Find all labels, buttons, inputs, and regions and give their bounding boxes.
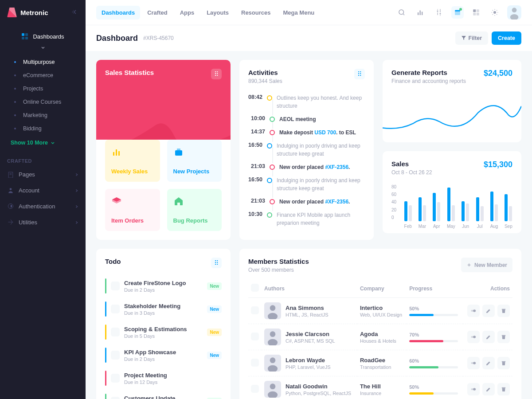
apps-grid-icon[interactable] xyxy=(470,6,482,19)
bar-Mar: Mar xyxy=(418,186,426,229)
todo-checkbox[interactable] xyxy=(111,282,120,290)
edit-icon[interactable] xyxy=(482,331,495,343)
tile-new-projects[interactable]: New Projects xyxy=(167,140,222,182)
brand-header: Metronic xyxy=(0,0,86,25)
tile-bug-reports[interactable]: Bug Reports xyxy=(167,189,222,231)
todo-item[interactable]: Scoping & EstimationsDue in 5 DaysNew xyxy=(105,321,222,344)
sales-stats-title: Sales Statistics xyxy=(105,69,154,76)
svg-point-25 xyxy=(473,309,476,312)
edit-icon[interactable] xyxy=(482,305,495,317)
timeline-item: 16:50Indulging in poorly driving and kee… xyxy=(248,174,365,195)
toggle-icon[interactable] xyxy=(467,383,480,395)
svg-point-4 xyxy=(10,188,12,190)
tile-item-orders[interactable]: Item Orders xyxy=(105,189,160,231)
reports-title: Generate Reports xyxy=(391,69,466,76)
toggle-icon[interactable] xyxy=(467,305,480,317)
svg-rect-14 xyxy=(473,9,476,12)
notifications-icon[interactable] xyxy=(451,6,464,19)
todo-checkbox[interactable] xyxy=(111,397,120,399)
sales-stats-wrap: Sales Statistics ⠿ Weekly Sales New Proj… xyxy=(96,60,231,240)
sidebar-item-multipurpose[interactable]: Multipurpose xyxy=(7,55,86,69)
sidebar-item-authentication[interactable]: Authentication xyxy=(0,198,86,214)
filter-button[interactable]: Filter xyxy=(455,31,489,45)
row-checkbox[interactable] xyxy=(251,306,259,314)
svg-point-34 xyxy=(473,388,476,391)
todo-item[interactable]: Customers UpdateDue in 1 weekNew xyxy=(105,390,222,399)
user-avatar[interactable] xyxy=(507,5,521,20)
sidebar-item-bidding[interactable]: Bidding xyxy=(7,122,86,135)
reports-value: $24,500 xyxy=(484,69,512,78)
svg-rect-1 xyxy=(25,33,28,36)
todo-item[interactable]: Create FireStone LogoDue in 2 DaysNew xyxy=(105,274,222,297)
delete-icon[interactable] xyxy=(497,331,510,343)
delete-icon[interactable] xyxy=(497,305,510,317)
sidebar-show-more[interactable]: Show 10 More xyxy=(0,135,86,150)
brand-logo[interactable]: Metronic xyxy=(7,8,48,17)
sidebar-item-pages[interactable]: Pages xyxy=(0,166,86,182)
timeline-link[interactable]: USD 700 xyxy=(314,129,336,136)
delete-icon[interactable] xyxy=(497,383,510,395)
create-button[interactable]: Create xyxy=(492,31,521,45)
activities-timeline: 08:42Outlines keep you honest. And keep … xyxy=(248,91,365,230)
brand-name: Metronic xyxy=(20,9,48,16)
edit-icon[interactable] xyxy=(482,357,495,369)
sidebar-item-account[interactable]: Account xyxy=(0,182,86,198)
svg-rect-35 xyxy=(502,387,505,388)
sidebar-item-marketing[interactable]: Marketing xyxy=(7,109,86,122)
bar-May: May xyxy=(447,186,455,229)
stats-icon[interactable] xyxy=(414,6,426,19)
topnav-dashboards[interactable]: Dashboards xyxy=(96,6,140,20)
svg-rect-16 xyxy=(473,13,476,16)
todo-item[interactable]: Stakeholder MeetingDue in 3 DaysNew xyxy=(105,297,222,321)
sidebar-item-dashboards[interactable]: Dashboards xyxy=(0,28,86,55)
topnav-resources[interactable]: Resources xyxy=(236,6,276,20)
topnav-layouts[interactable]: Layouts xyxy=(201,6,234,20)
new-member-button[interactable]: ＋New Member xyxy=(461,258,512,272)
todo-item[interactable]: KPI App ShowcaseDue in 2 DaysNew xyxy=(105,344,222,367)
row-checkbox[interactable] xyxy=(251,385,259,393)
sidebar-item-online-courses[interactable]: Online Courses xyxy=(7,95,86,109)
todo-more-icon[interactable]: ⠿ xyxy=(211,258,222,268)
sidebar-item-utilities[interactable]: Utilities xyxy=(0,214,86,230)
tile-weekly-sales[interactable]: Weekly Sales xyxy=(105,140,160,182)
members-title: Members Statistics xyxy=(248,258,309,265)
table-row: Ana SimmonsHTML, JS, ReactJSInterticoWeb… xyxy=(248,298,512,324)
delete-icon[interactable] xyxy=(497,357,510,369)
select-all-checkbox[interactable] xyxy=(251,284,259,292)
svg-point-28 xyxy=(473,336,476,338)
adjust-icon[interactable] xyxy=(433,6,445,19)
topnav-apps[interactable]: Apps xyxy=(175,6,200,20)
row-checkbox[interactable] xyxy=(251,332,259,340)
edit-icon[interactable] xyxy=(482,383,495,395)
timeline-item: 21:03New order placed #XF-2356. xyxy=(248,195,365,208)
search-icon[interactable] xyxy=(395,6,408,19)
sidebar-collapse-icon[interactable] xyxy=(71,8,78,17)
timeline-link[interactable]: #XF-2356 xyxy=(325,199,348,205)
sales-stats-card: Sales Statistics ⠿ xyxy=(96,60,231,153)
svg-rect-17 xyxy=(477,13,479,16)
toggle-icon[interactable] xyxy=(467,357,480,369)
topnav-mega-menu[interactable]: Mega Menu xyxy=(278,6,320,20)
right-column: Generate Reports Finance and accounting … xyxy=(383,60,521,240)
sidebar-item-ecommerce[interactable]: eCommerce xyxy=(7,69,86,82)
timeline-link[interactable]: #XF-2356 xyxy=(325,164,348,170)
row-checkbox[interactable] xyxy=(251,359,259,367)
todo-checkbox[interactable] xyxy=(111,328,120,336)
members-table: AuthorsCompanyProgressActions Ana Simmon… xyxy=(248,279,512,399)
todo-item[interactable]: Project MeetingDue in 12 Days xyxy=(105,367,222,390)
topnav-crafted[interactable]: Crafted xyxy=(142,6,173,20)
todo-card: Todo ⠿ Create FireStone LogoDue in 2 Day… xyxy=(96,249,231,399)
bar-Aug: Aug xyxy=(490,186,498,229)
todo-checkbox[interactable] xyxy=(111,374,120,383)
sales-stats-more-icon[interactable]: ⠿ xyxy=(211,69,222,79)
theme-icon[interactable] xyxy=(489,6,501,19)
toggle-icon[interactable] xyxy=(467,331,480,343)
activities-more-icon[interactable]: ⠿ xyxy=(354,69,365,79)
sidebar-item-projects[interactable]: Projects xyxy=(7,82,86,95)
bar-Sep: Sep xyxy=(505,186,512,229)
todo-checkbox[interactable] xyxy=(111,305,120,313)
main-area: DashboardsCraftedAppsLayoutsResourcesMeg… xyxy=(86,0,532,399)
todo-checkbox[interactable] xyxy=(111,351,120,360)
reports-sub: Finance and accounting reports xyxy=(391,78,466,84)
activities-sub: 890,344 Sales xyxy=(248,78,282,84)
